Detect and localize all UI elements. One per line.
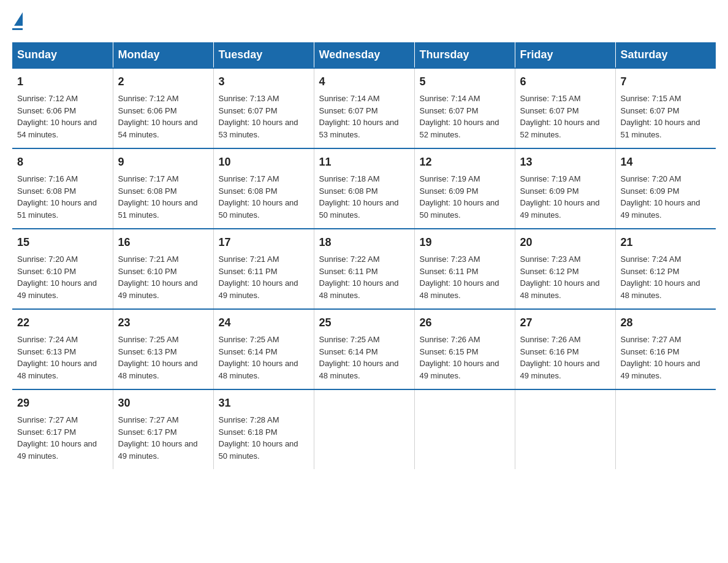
calendar-cell: 6Sunrise: 7:15 AMSunset: 6:07 PMDaylight… bbox=[515, 68, 615, 148]
day-number: 21 bbox=[621, 234, 711, 251]
day-number: 17 bbox=[219, 234, 309, 251]
sunrise-label: Sunrise: 7:12 AM bbox=[17, 94, 78, 103]
day-number: 25 bbox=[319, 315, 409, 331]
sunrise-label: Sunrise: 7:21 AM bbox=[219, 255, 279, 264]
calendar-cell: 15Sunrise: 7:20 AMSunset: 6:10 PMDayligh… bbox=[12, 229, 113, 309]
day-number: 12 bbox=[420, 154, 510, 170]
daylight-label: Daylight: 10 hours and 48 minutes. bbox=[319, 278, 399, 300]
week-row-4: 22Sunrise: 7:24 AMSunset: 6:13 PMDayligh… bbox=[12, 309, 716, 389]
sunset-label: Sunset: 6:09 PM bbox=[621, 186, 680, 196]
daylight-label: Daylight: 10 hours and 48 minutes. bbox=[219, 359, 298, 380]
sunrise-label: Sunrise: 7:21 AM bbox=[118, 255, 179, 264]
sunset-label: Sunset: 6:17 PM bbox=[17, 427, 76, 437]
sunrise-label: Sunrise: 7:26 AM bbox=[520, 335, 581, 344]
sunrise-label: Sunrise: 7:20 AM bbox=[621, 174, 681, 183]
calendar-cell: 26Sunrise: 7:26 AMSunset: 6:15 PMDayligh… bbox=[414, 309, 515, 389]
sunset-label: Sunset: 6:08 PM bbox=[219, 186, 278, 196]
day-number: 22 bbox=[17, 315, 108, 331]
daylight-label: Daylight: 10 hours and 49 minutes. bbox=[118, 278, 198, 300]
daylight-label: Daylight: 10 hours and 49 minutes. bbox=[420, 359, 499, 380]
day-number: 10 bbox=[219, 154, 309, 170]
sunset-label: Sunset: 6:10 PM bbox=[17, 267, 76, 276]
sunset-label: Sunset: 6:15 PM bbox=[420, 347, 479, 356]
calendar-cell: 4Sunrise: 7:14 AMSunset: 6:07 PMDaylight… bbox=[314, 68, 414, 148]
daylight-label: Daylight: 10 hours and 51 minutes. bbox=[17, 198, 97, 220]
daylight-label: Daylight: 10 hours and 48 minutes. bbox=[118, 359, 198, 380]
daylight-label: Daylight: 10 hours and 48 minutes. bbox=[319, 359, 399, 380]
logo-triangle-icon bbox=[14, 12, 23, 26]
sunset-label: Sunset: 6:07 PM bbox=[520, 106, 579, 115]
week-row-5: 29Sunrise: 7:27 AMSunset: 6:17 PMDayligh… bbox=[12, 389, 716, 469]
calendar-cell: 9Sunrise: 7:17 AMSunset: 6:08 PMDaylight… bbox=[113, 148, 213, 229]
sunset-label: Sunset: 6:17 PM bbox=[118, 427, 177, 437]
daylight-label: Daylight: 10 hours and 51 minutes. bbox=[118, 198, 198, 220]
daylight-label: Daylight: 10 hours and 48 minutes. bbox=[420, 278, 499, 300]
calendar-cell: 16Sunrise: 7:21 AMSunset: 6:10 PMDayligh… bbox=[113, 229, 213, 309]
calendar-cell: 18Sunrise: 7:22 AMSunset: 6:11 PMDayligh… bbox=[314, 229, 414, 309]
weekday-header-monday: Monday bbox=[113, 42, 213, 68]
calendar-cell: 19Sunrise: 7:23 AMSunset: 6:11 PMDayligh… bbox=[414, 229, 515, 309]
calendar-table: SundayMondayTuesdayWednesdayThursdayFrid… bbox=[12, 42, 716, 469]
sunset-label: Sunset: 6:08 PM bbox=[17, 186, 76, 196]
sunset-label: Sunset: 6:11 PM bbox=[319, 267, 378, 276]
sunset-label: Sunset: 6:12 PM bbox=[520, 267, 579, 276]
calendar-cell: 12Sunrise: 7:19 AMSunset: 6:09 PMDayligh… bbox=[414, 148, 515, 229]
calendar-cell: 1Sunrise: 7:12 AMSunset: 6:06 PMDaylight… bbox=[12, 68, 113, 148]
day-number: 24 bbox=[219, 315, 309, 331]
sunset-label: Sunset: 6:09 PM bbox=[520, 186, 579, 196]
day-number: 13 bbox=[520, 154, 610, 170]
calendar-cell: 10Sunrise: 7:17 AMSunset: 6:08 PMDayligh… bbox=[213, 148, 314, 229]
sunrise-label: Sunrise: 7:27 AM bbox=[621, 335, 681, 344]
daylight-label: Daylight: 10 hours and 50 minutes. bbox=[219, 439, 298, 461]
day-number: 31 bbox=[219, 395, 309, 412]
day-number: 9 bbox=[118, 154, 208, 170]
daylight-label: Daylight: 10 hours and 48 minutes. bbox=[621, 278, 700, 300]
calendar-cell: 17Sunrise: 7:21 AMSunset: 6:11 PMDayligh… bbox=[213, 229, 314, 309]
calendar-cell: 27Sunrise: 7:26 AMSunset: 6:16 PMDayligh… bbox=[515, 309, 615, 389]
day-number: 3 bbox=[219, 74, 309, 90]
weekday-header-thursday: Thursday bbox=[414, 42, 515, 68]
day-number: 11 bbox=[319, 154, 409, 170]
day-number: 23 bbox=[118, 315, 208, 331]
daylight-label: Daylight: 10 hours and 48 minutes. bbox=[520, 278, 600, 300]
daylight-label: Daylight: 10 hours and 49 minutes. bbox=[219, 278, 298, 300]
day-number: 20 bbox=[520, 234, 610, 251]
daylight-label: Daylight: 10 hours and 49 minutes. bbox=[520, 198, 600, 220]
daylight-label: Daylight: 10 hours and 52 minutes. bbox=[420, 118, 499, 139]
calendar-cell: 14Sunrise: 7:20 AMSunset: 6:09 PMDayligh… bbox=[615, 148, 716, 229]
calendar-cell bbox=[314, 389, 414, 469]
calendar-cell: 29Sunrise: 7:27 AMSunset: 6:17 PMDayligh… bbox=[12, 389, 113, 469]
sunset-label: Sunset: 6:06 PM bbox=[17, 106, 76, 115]
weekday-header-row: SundayMondayTuesdayWednesdayThursdayFrid… bbox=[12, 42, 716, 68]
daylight-label: Daylight: 10 hours and 53 minutes. bbox=[319, 118, 399, 139]
day-number: 19 bbox=[420, 234, 510, 251]
daylight-label: Daylight: 10 hours and 50 minutes. bbox=[420, 198, 499, 220]
day-number: 27 bbox=[520, 315, 610, 331]
calendar-cell: 28Sunrise: 7:27 AMSunset: 6:16 PMDayligh… bbox=[615, 309, 716, 389]
daylight-label: Daylight: 10 hours and 49 minutes. bbox=[621, 198, 700, 220]
weekday-header-tuesday: Tuesday bbox=[213, 42, 314, 68]
sunrise-label: Sunrise: 7:17 AM bbox=[118, 174, 179, 183]
sunrise-label: Sunrise: 7:20 AM bbox=[17, 255, 78, 264]
logo-general-text bbox=[12, 12, 23, 27]
sunrise-label: Sunrise: 7:25 AM bbox=[118, 335, 179, 344]
week-row-3: 15Sunrise: 7:20 AMSunset: 6:10 PMDayligh… bbox=[12, 229, 716, 309]
sunrise-label: Sunrise: 7:23 AM bbox=[520, 255, 581, 264]
day-number: 26 bbox=[420, 315, 510, 331]
calendar-cell: 22Sunrise: 7:24 AMSunset: 6:13 PMDayligh… bbox=[12, 309, 113, 389]
sunset-label: Sunset: 6:10 PM bbox=[118, 267, 177, 276]
sunset-label: Sunset: 6:14 PM bbox=[319, 347, 378, 356]
sunset-label: Sunset: 6:16 PM bbox=[621, 347, 680, 356]
sunset-label: Sunset: 6:07 PM bbox=[420, 106, 479, 115]
daylight-label: Daylight: 10 hours and 50 minutes. bbox=[219, 198, 298, 220]
logo bbox=[12, 12, 23, 30]
day-number: 16 bbox=[118, 234, 208, 251]
calendar-cell bbox=[515, 389, 615, 469]
week-row-2: 8Sunrise: 7:16 AMSunset: 6:08 PMDaylight… bbox=[12, 148, 716, 229]
logo-underline bbox=[12, 28, 23, 30]
day-number: 15 bbox=[17, 234, 108, 251]
daylight-label: Daylight: 10 hours and 49 minutes. bbox=[17, 278, 97, 300]
sunrise-label: Sunrise: 7:12 AM bbox=[118, 94, 179, 103]
day-number: 14 bbox=[621, 154, 711, 170]
sunrise-label: Sunrise: 7:14 AM bbox=[319, 94, 380, 103]
